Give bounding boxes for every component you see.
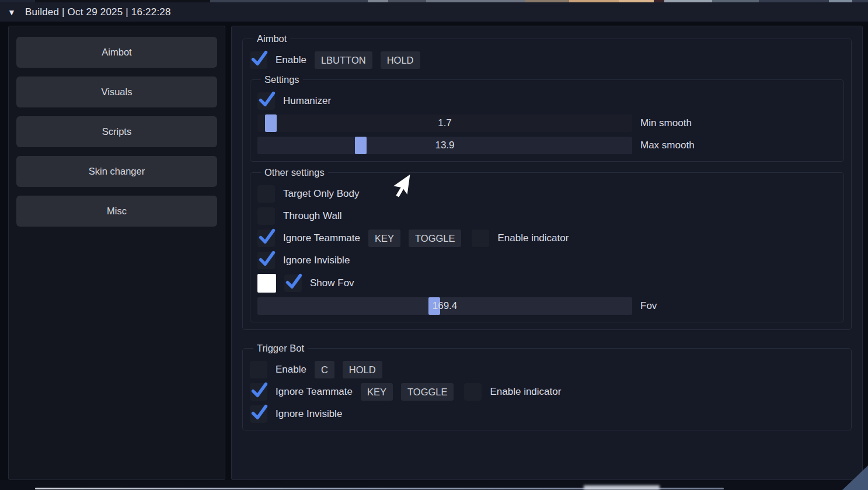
sidebar-item-scripts[interactable]: Scripts xyxy=(16,116,217,147)
fov-color-swatch[interactable] xyxy=(257,274,276,293)
max-smooth-label: Max smooth xyxy=(632,140,836,151)
target-only-body-row: Target Only Body xyxy=(257,185,836,203)
game-background-text-blur xyxy=(584,485,660,490)
fov-row: 169.4 Fov xyxy=(257,297,836,315)
target-only-body-checkbox[interactable] xyxy=(257,185,275,203)
aimbot-group: Aimbot Enable LBUTTON HOLD Settings Huma… xyxy=(242,33,852,330)
aimbot-ignore-teammate-label: Ignore Teammate xyxy=(283,232,360,244)
trigger-ignore-invisible-row: Ignore Invisible xyxy=(250,405,844,423)
game-background-corner-shape xyxy=(842,465,868,490)
fov-slider[interactable]: 169.4 xyxy=(257,297,632,315)
min-smooth-row: 1.7 Min smooth xyxy=(257,114,836,132)
trigger-ignore-invisible-checkbox[interactable] xyxy=(250,405,267,423)
trigger-enable-checkbox[interactable] xyxy=(250,361,267,378)
trigger-enable-label: Enable xyxy=(276,364,306,376)
trigger-enable-indicator-label: Enable indicator xyxy=(490,386,561,398)
aimbot-ignore-invisible-checkbox[interactable] xyxy=(257,252,275,269)
sidebar-item-skin-changer[interactable]: Skin changer xyxy=(16,156,217,187)
check-icon xyxy=(257,249,277,269)
menu-window: Aimbot Visuals Scripts Skin changer Misc… xyxy=(8,26,863,480)
main-panel: Aimbot Enable LBUTTON HOLD Settings Huma… xyxy=(231,26,863,480)
trigger-ignore-teammate-row: Ignore Teammate KEY TOGGLE Enable indica… xyxy=(250,383,844,401)
other-settings-group: Other settings Target Only Body Through … xyxy=(250,167,844,322)
aimbot-enable-label: Enable xyxy=(276,54,306,66)
aimbot-enable-row: Enable LBUTTON HOLD xyxy=(250,51,844,69)
aimbot-keymode-button[interactable]: HOLD xyxy=(381,51,420,69)
humanizer-checkbox[interactable] xyxy=(257,92,275,110)
check-icon xyxy=(257,89,277,110)
settings-group-title: Settings xyxy=(261,74,303,85)
aimbot-keybind-button[interactable]: LBUTTON xyxy=(315,51,372,69)
other-settings-group-title: Other settings xyxy=(261,167,328,178)
show-fov-label: Show Fov xyxy=(310,277,354,289)
target-only-body-label: Target Only Body xyxy=(283,188,359,200)
titlebar: ▼ Builded | Oct 29 2025 | 16:22:28 xyxy=(0,2,868,22)
aimbot-group-title: Aimbot xyxy=(253,33,290,44)
aimbot-enable-indicator-label: Enable indicator xyxy=(497,232,569,244)
aimbot-enable-checkbox[interactable] xyxy=(250,51,267,69)
aimbot-enable-indicator-checkbox[interactable] xyxy=(472,230,489,247)
through-wall-label: Through Wall xyxy=(283,210,341,222)
trigger-bot-group-title: Trigger Bot xyxy=(253,343,308,354)
check-icon xyxy=(284,272,304,292)
sidebar-item-visuals[interactable]: Visuals xyxy=(16,77,217,107)
trigger-ignore-teammate-keybind-button[interactable]: KEY xyxy=(361,383,393,401)
trigger-keybind-button[interactable]: C xyxy=(315,361,334,378)
aimbot-ignore-teammate-row: Ignore Teammate KEY TOGGLE Enable indica… xyxy=(257,230,836,247)
game-background-bottom-edge xyxy=(0,480,868,490)
max-smooth-slider[interactable]: 13.9 xyxy=(257,137,632,154)
trigger-ignore-teammate-label: Ignore Teammate xyxy=(276,386,353,398)
min-smooth-slider[interactable]: 1.7 xyxy=(257,114,632,132)
sidebar-item-aimbot[interactable]: Aimbot xyxy=(16,37,217,68)
trigger-ignore-invisible-label: Ignore Invisible xyxy=(276,408,342,420)
aimbot-ignore-teammate-keybind-button[interactable]: KEY xyxy=(368,230,400,247)
check-icon xyxy=(257,227,277,247)
aimbot-ignore-invisible-label: Ignore Invisible xyxy=(283,255,350,266)
window-title: Builded | Oct 29 2025 | 16:22:28 xyxy=(25,6,171,18)
fov-label: Fov xyxy=(632,300,836,312)
check-icon xyxy=(249,402,270,423)
aimbot-ignore-teammate-checkbox[interactable] xyxy=(257,230,275,247)
check-icon xyxy=(249,380,270,401)
through-wall-row: Through Wall xyxy=(257,207,836,225)
trigger-enable-row: Enable C HOLD xyxy=(250,361,844,378)
collapse-triangle-icon[interactable]: ▼ xyxy=(8,8,25,17)
aimbot-ignore-teammate-keymode-button[interactable]: TOGGLE xyxy=(409,230,461,247)
min-smooth-label: Min smooth xyxy=(632,117,836,129)
trigger-enable-indicator-checkbox[interactable] xyxy=(464,383,482,401)
show-fov-checkbox[interactable] xyxy=(284,274,302,292)
trigger-ignore-teammate-checkbox[interactable] xyxy=(250,383,267,401)
fov-value: 169.4 xyxy=(257,297,632,315)
max-smooth-value: 13.9 xyxy=(257,137,632,154)
trigger-keymode-button[interactable]: HOLD xyxy=(343,361,382,378)
min-smooth-value: 1.7 xyxy=(257,114,632,132)
trigger-ignore-teammate-keymode-button[interactable]: TOGGLE xyxy=(401,383,454,401)
max-smooth-row: 13.9 Max smooth xyxy=(257,137,836,154)
trigger-bot-group: Trigger Bot Enable C HOLD Ignore Teammat… xyxy=(242,343,852,430)
show-fov-row: Show Fov xyxy=(257,274,836,293)
humanizer-label: Humanizer xyxy=(283,95,331,107)
aimbot-ignore-invisible-row: Ignore Invisible xyxy=(257,252,836,269)
sidebar-item-misc[interactable]: Misc xyxy=(16,196,217,227)
settings-group: Settings Humanizer 1.7 Min smooth xyxy=(250,74,844,162)
humanizer-row: Humanizer xyxy=(257,92,836,110)
through-wall-checkbox[interactable] xyxy=(257,207,275,225)
sidebar: Aimbot Visuals Scripts Skin changer Misc xyxy=(8,26,225,480)
check-icon xyxy=(249,48,270,69)
